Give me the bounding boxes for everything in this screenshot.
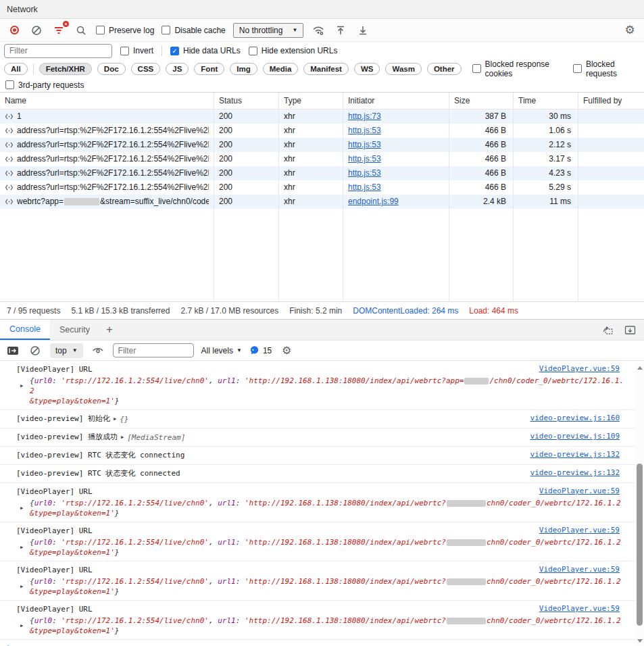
- console-source-link[interactable]: video-preview.js:109: [530, 432, 620, 441]
- table-row[interactable]: address?url=rtsp:%2F%2F172.16.1.2:554%2F…: [0, 138, 644, 152]
- initiator-link[interactable]: http.js:53: [348, 140, 381, 149]
- hide-data-urls-label: Hide data URLs: [183, 46, 241, 55]
- scroll-down-arrow-icon[interactable]: [635, 637, 644, 645]
- initiator-link[interactable]: http.js:53: [348, 126, 381, 135]
- network-settings-button[interactable]: ⚙: [622, 23, 637, 38]
- console-messages-area: [VideoPlayer] URLVideoPlayer.vue:59▶{url…: [0, 361, 644, 646]
- type-filter-pill[interactable]: Doc: [97, 63, 126, 75]
- table-row[interactable]: address?url=rtsp:%2F%2F172.16.1.2:554%2F…: [0, 124, 644, 138]
- type-filter-pill[interactable]: Other: [427, 63, 462, 75]
- expand-triangle-icon[interactable]: ▶: [20, 498, 30, 518]
- add-drawer-tab-button[interactable]: +: [99, 320, 120, 340]
- console-source-link[interactable]: video-preview.js:160: [530, 414, 620, 422]
- console-filter-input[interactable]: [113, 343, 194, 357]
- console-source-link[interactable]: VideoPlayer.vue:59: [539, 526, 620, 535]
- column-header-type[interactable]: Type: [279, 93, 343, 109]
- expand-triangle-icon[interactable]: ▶: [20, 376, 30, 406]
- console-source-link[interactable]: VideoPlayer.vue:59: [539, 364, 620, 373]
- log-levels-select[interactable]: All levels ▼: [201, 346, 242, 355]
- drawer-tab-console[interactable]: Console: [0, 320, 50, 340]
- network-conditions-button[interactable]: [311, 23, 326, 38]
- column-header-fulfilled-by[interactable]: Fulfilled by: [578, 93, 644, 109]
- console-settings-button[interactable]: ⚙: [279, 343, 294, 358]
- type-filter-pill[interactable]: Font: [194, 63, 224, 75]
- column-header-name[interactable]: Name: [0, 93, 214, 109]
- expand-drawer-icon[interactable]: [624, 325, 636, 335]
- type-filter-pill[interactable]: Wasm: [385, 63, 421, 75]
- import-har-button[interactable]: [333, 23, 348, 38]
- scrollbar-thumb[interactable]: [637, 464, 643, 626]
- network-summary-bar: 7 / 95 requests 5.1 kB / 15.3 kB transfe…: [0, 301, 644, 319]
- drawer-tab-security[interactable]: Security: [50, 320, 99, 340]
- clear-network-button[interactable]: [29, 23, 44, 38]
- initiator-link[interactable]: http.js:53: [348, 182, 381, 192]
- column-header-initiator[interactable]: Initiator: [343, 93, 449, 109]
- type-filter-pill[interactable]: CSS: [131, 63, 161, 75]
- type-filter-pill[interactable]: All: [4, 63, 28, 75]
- type-cell: xhr: [279, 124, 343, 138]
- console-source-link[interactable]: VideoPlayer.vue:59: [539, 604, 620, 613]
- table-row[interactable]: address?url=rtsp:%2F%2F172.16.1.2:554%2F…: [0, 180, 644, 195]
- redacted-blur: [447, 539, 486, 546]
- drawer-refresh-icon[interactable]: [602, 325, 614, 335]
- table-row[interactable]: 1200xhrhttp.js:73387 B30 ms: [0, 109, 644, 124]
- expand-triangle-icon[interactable]: ▶: [20, 576, 30, 597]
- initiator-link[interactable]: http.js:73: [348, 111, 381, 121]
- invert-checkbox[interactable]: Invert: [120, 46, 153, 55]
- console-messages-badge[interactable]: 15: [249, 345, 272, 355]
- search-button[interactable]: [74, 23, 89, 38]
- table-row[interactable]: address?url=rtsp:%2F%2F172.16.1.2:554%2F…: [0, 152, 644, 166]
- console-message-text: [video-preview] RTC 状态变化 connecting: [16, 450, 184, 461]
- hide-extension-urls-checkbox[interactable]: Hide extension URLs: [249, 46, 338, 55]
- execution-context-select[interactable]: top ▼: [50, 343, 83, 358]
- expand-triangle-icon[interactable]: ▶: [114, 414, 116, 424]
- console-source-link[interactable]: video-preview.js:132: [530, 468, 620, 477]
- type-filter-pill[interactable]: JS: [166, 63, 189, 75]
- console-source-link[interactable]: VideoPlayer.vue:59: [539, 487, 620, 495]
- type-filter-pill[interactable]: Img: [230, 63, 257, 75]
- record-button[interactable]: [7, 23, 22, 38]
- clear-console-button[interactable]: [28, 343, 43, 358]
- console-message-text: [video-preview] 初始化: [16, 414, 110, 424]
- column-header-status[interactable]: Status: [214, 93, 279, 109]
- request-name: address?url=rtsp:%2F%2F172.16.1.2:554%2F…: [17, 166, 209, 180]
- network-filter-input[interactable]: [4, 44, 112, 58]
- code-icon: [5, 155, 14, 164]
- console-prompt[interactable]: [0, 640, 644, 646]
- expand-triangle-icon[interactable]: ▶: [20, 616, 30, 636]
- initiator-link[interactable]: http.js:53: [348, 168, 381, 178]
- column-header-time[interactable]: Time: [514, 93, 578, 109]
- filter-toggle-button[interactable]: ×: [51, 23, 66, 38]
- expand-triangle-icon[interactable]: ▶: [20, 537, 30, 557]
- preserve-log-checkbox[interactable]: Preserve log: [96, 26, 154, 35]
- request-name-cell: address?url=rtsp:%2F%2F172.16.1.2:554%2F…: [0, 138, 214, 152]
- blocked-requests-checkbox[interactable]: Blocked requests: [573, 59, 640, 78]
- disable-cache-checkbox[interactable]: Disable cache: [162, 26, 225, 35]
- type-filter-pill[interactable]: Media: [263, 63, 299, 75]
- export-har-button[interactable]: [355, 23, 370, 38]
- network-table-header: NameStatusTypeInitiatorSizeTimeFulfilled…: [0, 93, 644, 109]
- throttling-select[interactable]: No throttling ▼: [233, 23, 304, 38]
- request-name: 1: [17, 109, 22, 124]
- table-row[interactable]: webrtc?app=&stream=suffix_live/chn0/code…: [0, 195, 644, 209]
- type-filter-pill[interactable]: Fetch/XHR: [39, 63, 92, 75]
- table-row[interactable]: address?url=rtsp:%2F%2F172.16.1.2:554%2F…: [0, 166, 644, 180]
- third-party-row: 3rd-party requests: [0, 78, 644, 93]
- console-scrollbar[interactable]: [635, 362, 644, 646]
- type-filter-pill[interactable]: Manifest: [303, 63, 349, 75]
- create-live-expression-button[interactable]: [91, 343, 105, 358]
- initiator-link[interactable]: http.js:53: [348, 154, 381, 164]
- console-toolbar: top ▼ All levels ▼ 15 ⚙: [0, 341, 644, 361]
- expand-triangle-icon[interactable]: ▶: [121, 432, 124, 442]
- hide-data-urls-checkbox[interactable]: Hide data URLs: [170, 46, 241, 55]
- third-party-requests-checkbox[interactable]: 3rd-party requests: [5, 80, 84, 90]
- checkbox: [162, 26, 170, 34]
- scroll-up-arrow-icon[interactable]: [635, 364, 644, 372]
- console-source-link[interactable]: VideoPlayer.vue:59: [539, 565, 620, 574]
- type-filter-pill[interactable]: WS: [354, 63, 380, 75]
- initiator-link[interactable]: endpoint.js:99: [348, 197, 399, 206]
- blocked-response-cookies-checkbox[interactable]: Blocked response cookies: [472, 59, 568, 78]
- console-source-link[interactable]: video-preview.js:132: [530, 450, 620, 459]
- column-header-size[interactable]: Size: [449, 93, 514, 109]
- console-sidebar-toggle[interactable]: [5, 343, 20, 358]
